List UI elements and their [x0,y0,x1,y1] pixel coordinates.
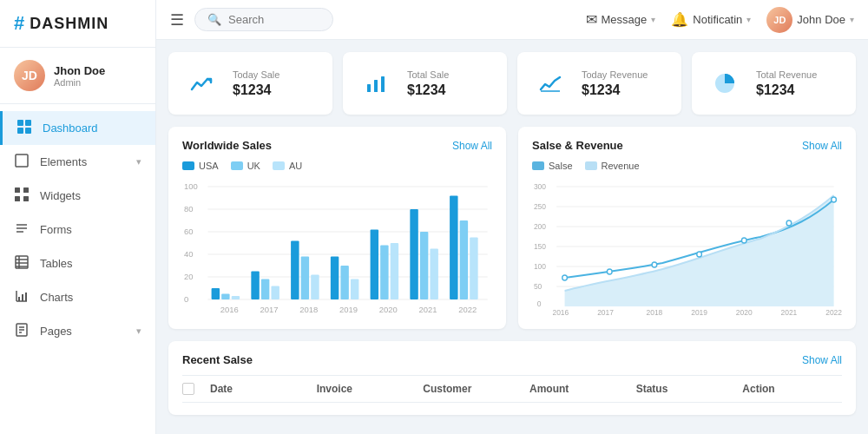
total-sale-icon [357,64,395,102]
total-sale-value: $1234 [407,82,449,98]
svg-rect-46 [251,272,259,300]
svg-text:40: 40 [184,250,194,259]
avatar: JD [14,60,45,91]
header-user-label: John Doe [797,13,845,26]
svg-rect-56 [351,279,358,299]
svg-text:300: 300 [534,182,546,191]
svg-text:2016: 2016 [220,306,239,314]
sales-revenue-card: Salse & Revenue Show All Salse Revenue [518,127,856,329]
legend-usa-dot [182,161,194,170]
svg-rect-2 [17,128,23,134]
today-revenue-label: Today Revenue [582,69,648,80]
svg-text:2019: 2019 [691,308,707,317]
sales-revenue-chart: 300 250 200 150 100 50 0 [532,178,842,317]
total-revenue-value: $1234 [756,82,817,98]
sidebar-item-widgets-label: Widgets [40,189,81,202]
svg-text:250: 250 [534,202,546,211]
user-menu-button[interactable]: JD John Doe ▾ [766,7,854,33]
svg-text:2020: 2020 [736,308,753,317]
svg-rect-59 [380,246,388,299]
stat-card-total-sale: Total Sale $1234 [343,52,507,115]
header-right: ✉ Message ▾ 🔔 Notificatin ▾ JD John Doe … [586,7,854,33]
sidebar-nav: Dashboard Elements ▾ Widgets Forms Tab [0,104,155,355]
sidebar-item-widgets[interactable]: Widgets [0,179,155,213]
worldwide-sales-title: Worldwide Sales [182,139,272,152]
hamburger-icon[interactable]: ☰ [170,10,184,30]
svg-text:2022: 2022 [458,306,477,314]
svg-text:2021: 2021 [419,306,437,314]
svg-text:2018: 2018 [647,308,663,317]
svg-text:20: 20 [184,273,194,281]
svg-rect-66 [450,195,457,299]
today-revenue-info: Today Revenue $1234 [582,69,648,98]
today-revenue-icon [531,64,569,102]
legend-revenue-label: Revenue [602,161,640,171]
user-role: Admin [54,77,105,88]
sidebar-item-charts[interactable]: Charts [0,280,155,314]
sidebar-item-pages[interactable]: Pages ▾ [0,314,155,348]
sidebar-item-tables-label: Tables [40,257,73,270]
bar-chart-svg: 1008060402002016201720182019202020212022 [182,178,492,317]
worldwide-sales-header: Worldwide Sales Show All [182,139,492,152]
bell-icon: 🔔 [671,11,688,28]
message-button[interactable]: ✉ Message ▾ [586,11,656,28]
svg-rect-28 [381,76,385,92]
today-sale-icon [182,64,220,102]
sidebar-item-elements[interactable]: Elements ▾ [0,145,155,179]
svg-text:80: 80 [184,205,194,214]
message-caret-icon: ▾ [651,15,655,24]
select-all-checkbox[interactable] [182,383,194,395]
svg-point-83 [562,275,568,280]
legend-usa: USA [182,161,219,171]
pages-arrow-icon: ▾ [136,326,141,337]
stat-card-today-sale: Today Sale $1234 [168,52,332,115]
svg-text:0: 0 [184,295,188,304]
worldwide-sales-show-all[interactable]: Show All [452,140,492,152]
svg-text:100: 100 [184,182,198,191]
svg-point-89 [832,197,837,202]
legend-revenue: Revenue [585,161,640,171]
forms-icon [14,221,30,238]
today-sale-info: Today Sale $1234 [233,69,279,98]
search-input[interactable] [228,13,320,26]
area-chart-svg: 300 250 200 150 100 50 0 [532,178,842,317]
svg-rect-50 [291,240,299,299]
today-revenue-value: $1234 [582,82,648,98]
today-sale-value: $1234 [233,82,279,98]
notification-button[interactable]: 🔔 Notificatin ▾ [671,11,751,28]
today-sale-label: Today Sale [233,69,279,80]
tables-icon [14,255,30,272]
svg-point-84 [607,269,612,274]
col-checkbox [182,383,203,395]
svg-rect-67 [460,220,468,299]
header-avatar: JD [766,7,792,33]
svg-rect-43 [221,294,229,300]
svg-text:2017: 2017 [597,308,614,317]
legend-salse-label: Salse [549,161,573,171]
svg-rect-0 [17,120,23,126]
sidebar-item-forms[interactable]: Forms [0,213,155,247]
legend-au-label: AU [289,161,302,171]
col-customer: Customer [423,383,523,395]
sales-revenue-header: Salse & Revenue Show All [532,139,842,152]
total-revenue-info: Total Revenue $1234 [756,69,817,98]
col-date: Date [210,383,310,395]
elements-arrow-icon: ▾ [136,156,141,168]
svg-rect-44 [232,296,240,299]
col-status: Status [636,383,736,395]
svg-rect-42 [212,288,220,299]
recent-sales-title: Recent Salse [182,353,253,366]
svg-rect-51 [301,257,309,299]
logo-text: DASHMIN [30,15,108,33]
worldwide-sales-legend: USA UK AU [182,161,492,171]
sales-revenue-show-all[interactable]: Show All [802,140,842,152]
recent-sales-show-all[interactable]: Show All [802,354,842,366]
svg-text:2022: 2022 [825,308,842,317]
svg-rect-7 [15,196,20,201]
search-box[interactable]: 🔍 [194,8,333,31]
svg-rect-63 [420,232,428,299]
header: ☰ 🔍 ✉ Message ▾ 🔔 Notificatin ▾ JD John … [156,0,868,40]
svg-text:60: 60 [184,227,194,236]
sidebar-item-dashboard[interactable]: Dashboard [0,111,155,145]
sidebar-item-tables[interactable]: Tables [0,247,155,280]
